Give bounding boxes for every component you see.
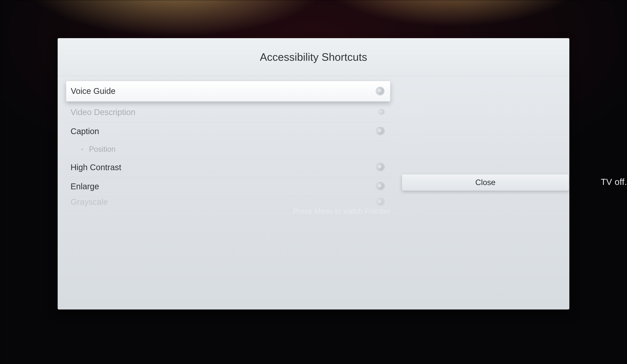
accessibility-shortcuts-panel: Accessibility Shortcuts Press Menu to wa… (58, 38, 569, 309)
bullet-icon: • (81, 146, 83, 153)
item-enlarge[interactable]: Enlarge (66, 177, 390, 196)
item-voice-guide[interactable]: Voice Guide (66, 81, 390, 102)
radio-icon (376, 198, 385, 207)
edge-status-text: TV off. (601, 177, 627, 187)
radio-icon (376, 127, 385, 136)
item-label: Enlarge (70, 182, 376, 191)
item-caption[interactable]: Caption (66, 122, 390, 141)
item-label: High Contrast (70, 163, 376, 172)
item-label: Grayscale (70, 197, 376, 207)
close-button[interactable]: Close (402, 174, 569, 191)
subitem-position[interactable]: • Position (66, 141, 390, 158)
item-high-contrast[interactable]: High Contrast (66, 158, 390, 177)
radio-icon (376, 182, 385, 191)
settings-list: Voice Guide Video Description Caption • … (58, 76, 395, 310)
radio-icon (378, 109, 385, 115)
panel-title: Accessibility Shortcuts (58, 38, 569, 76)
item-label: Caption (70, 127, 376, 136)
item-label: Position (89, 145, 385, 154)
radio-icon (376, 163, 385, 172)
side-column: Close (395, 76, 569, 310)
radio-icon (376, 87, 384, 96)
item-label: Voice Guide (71, 86, 376, 96)
panel-body: Press Menu to watch Frontier Voice Guide… (58, 76, 569, 310)
item-grayscale[interactable]: Grayscale (66, 196, 390, 208)
item-label: Video Description (70, 107, 378, 117)
item-video-description[interactable]: Video Description (66, 103, 390, 122)
